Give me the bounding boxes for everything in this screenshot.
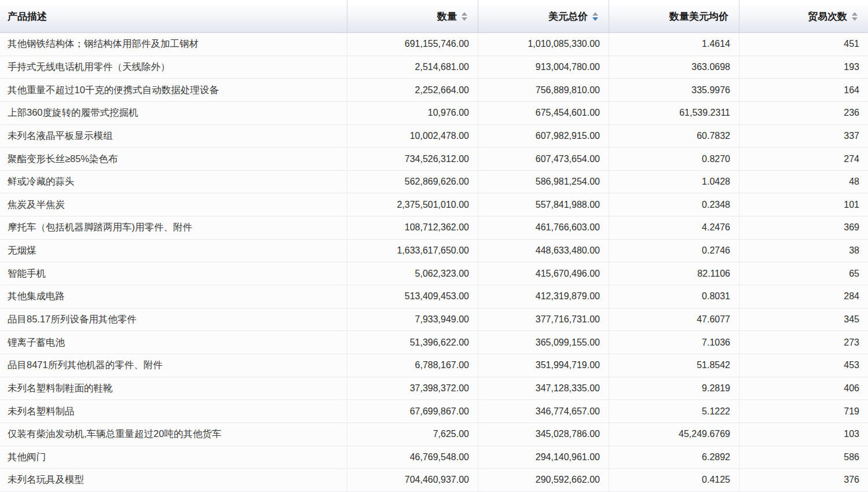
- trade-count-cell: 284: [739, 285, 868, 308]
- avg-unit-price-cell: 1.0428: [609, 171, 739, 193]
- column-header-product-description: 产品描述: [0, 0, 347, 32]
- product-description-cell: 无烟煤: [0, 240, 347, 262]
- usd-total-cell: 290,592,662.00: [478, 469, 609, 491]
- usd-total-cell: 557,841,988.00: [478, 193, 609, 216]
- trade-count-cell: 38: [739, 240, 868, 262]
- trade-count-cell: 586: [739, 446, 868, 469]
- table-row[interactable]: 无烟煤1,633,617,650.00448,633,480.000.27463…: [0, 240, 868, 263]
- avg-unit-price-cell: 335.9976: [609, 79, 739, 101]
- quantity-cell: 7,625.00: [347, 423, 478, 446]
- avg-unit-price-cell: 82.1106: [609, 262, 739, 285]
- trade-count-cell: 48: [739, 171, 868, 193]
- avg-unit-price-cell: 1.4614: [609, 33, 739, 56]
- quantity-cell: 2,375,501,010.00: [347, 193, 478, 216]
- quantity-cell: 7,933,949.00: [347, 309, 478, 331]
- trade-count-cell: 406: [739, 377, 868, 400]
- column-header-trade-count[interactable]: 贸易次数: [739, 0, 868, 32]
- product-description-cell: 其他钢铁结构体；钢结构体用部件及加工钢材: [0, 33, 347, 56]
- product-description-cell: 仅装有柴油发动机,车辆总重量超过20吨的其他货车: [0, 423, 347, 446]
- quantity-cell: 46,769,548.00: [347, 446, 478, 469]
- usd-total-cell: 913,004,780.00: [478, 56, 609, 79]
- usd-total-cell: 1,010,085,330.00: [478, 33, 609, 56]
- table-row[interactable]: 上部360度旋转的履带式挖掘机10,976.00675,454,601.0061…: [0, 102, 868, 125]
- trade-count-cell: 273: [739, 331, 868, 354]
- avg-unit-price-cell: 9.2819: [609, 377, 739, 400]
- table-row[interactable]: 聚酯变形长丝≥85%染色布734,526,312.00607,473,654.0…: [0, 148, 868, 171]
- column-header-quantity[interactable]: 数量: [347, 0, 478, 32]
- table-row[interactable]: 手持式无线电话机用零件（天线除外）2,514,681.00913,004,780…: [0, 56, 868, 79]
- usd-total-cell: 756,889,810.00: [478, 79, 609, 101]
- product-description-cell: 未列名塑料制品: [0, 400, 347, 423]
- product-description-cell: 摩托车（包括机器脚踏两用车)用零件、附件: [0, 216, 347, 239]
- table-row[interactable]: 其他重量不超过10千克的便携式自动数据处理设备2,252,664.00756,8…: [0, 79, 868, 102]
- product-description-cell: 聚酯变形长丝≥85%染色布: [0, 148, 347, 170]
- table-row[interactable]: 鲜或冷藏的蒜头562,869,626.00586,981,254.001.042…: [0, 171, 868, 194]
- product-description-cell: 其他集成电路: [0, 285, 347, 308]
- usd-total-cell: 347,128,335.00: [478, 377, 609, 400]
- column-label: 数量美元均价: [669, 10, 728, 23]
- trade-count-cell: 453: [739, 354, 868, 377]
- table-row[interactable]: 未列名塑料制品67,699,867.00346,774,657.005.1222…: [0, 400, 868, 423]
- column-label: 贸易次数: [808, 10, 847, 23]
- usd-total-cell: 351,994,719.00: [478, 354, 609, 377]
- usd-total-cell: 448,633,480.00: [478, 240, 609, 262]
- column-header-avg-unit-price: 数量美元均价: [609, 0, 739, 32]
- avg-unit-price-cell: 47.6077: [609, 309, 739, 331]
- sort-arrows-icon[interactable]: [592, 12, 598, 21]
- product-description-cell: 上部360度旋转的履带式挖掘机: [0, 102, 347, 124]
- table-row[interactable]: 其他集成电路513,409,453.00412,319,879.000.8031…: [0, 285, 868, 309]
- usd-total-cell: 415,670,496.00: [478, 262, 609, 285]
- product-description-cell: 手持式无线电话机用零件（天线除外）: [0, 56, 347, 79]
- table-row[interactable]: 未列名塑料制鞋面的鞋靴37,398,372.00347,128,335.009.…: [0, 377, 868, 401]
- avg-unit-price-cell: 0.8270: [609, 148, 739, 170]
- trade-count-cell: 337: [739, 125, 868, 148]
- trade-count-cell: 103: [739, 423, 868, 446]
- product-description-cell: 智能手机: [0, 262, 347, 285]
- column-header-usd-total[interactable]: 美元总价: [478, 0, 609, 32]
- avg-unit-price-cell: 51.8542: [609, 354, 739, 377]
- trade-count-cell: 376: [739, 469, 868, 491]
- avg-unit-price-cell: 61,539.2311: [609, 102, 739, 124]
- table-row[interactable]: 智能手机5,062,323.00415,670,496.0082.110665: [0, 262, 868, 285]
- table-row[interactable]: 锂离子蓄电池51,396,622.00365,099,155.007.10362…: [0, 331, 868, 354]
- table-row[interactable]: 未列名玩具及模型704,460,937.00290,592,662.000.41…: [0, 469, 868, 492]
- column-label: 美元总价: [548, 10, 588, 23]
- product-description-cell: 其他阀门: [0, 446, 347, 469]
- product-description-cell: 未列名玩具及模型: [0, 469, 347, 491]
- avg-unit-price-cell: 60.7832: [609, 125, 739, 148]
- quantity-cell: 2,252,664.00: [347, 79, 478, 101]
- table-row[interactable]: 其他阀门46,769,548.00294,140,961.006.2892586: [0, 446, 868, 469]
- trade-products-table: 产品描述 数量 美元总价 数量美元均价 贸易次数 其他钢铁结构体；钢结构体用部件…: [0, 0, 868, 492]
- quantity-cell: 10,976.00: [347, 102, 478, 124]
- table-row[interactable]: 其他钢铁结构体；钢结构体用部件及加工钢材691,155,746.001,010,…: [0, 33, 868, 56]
- quantity-cell: 51,396,622.00: [347, 331, 478, 354]
- column-label: 产品描述: [8, 10, 47, 23]
- table-body: 其他钢铁结构体；钢结构体用部件及加工钢材691,155,746.001,010,…: [0, 33, 868, 492]
- quantity-cell: 704,460,937.00: [347, 469, 478, 491]
- usd-total-cell: 294,140,961.00: [478, 446, 609, 469]
- usd-total-cell: 412,319,879.00: [478, 285, 609, 308]
- table-row[interactable]: 焦炭及半焦炭2,375,501,010.00557,841,988.000.23…: [0, 193, 868, 216]
- product-description-cell: 未列名塑料制鞋面的鞋靴: [0, 377, 347, 400]
- table-row[interactable]: 品目8471所列其他机器的零件、附件6,788,167.00351,994,71…: [0, 354, 868, 377]
- table-row[interactable]: 品目85.17所列设备用其他零件7,933,949.00377,716,731.…: [0, 309, 868, 332]
- sort-arrows-icon[interactable]: [852, 12, 858, 21]
- trade-count-cell: 236: [739, 102, 868, 124]
- trade-count-cell: 719: [739, 400, 868, 423]
- quantity-cell: 1,633,617,650.00: [347, 240, 478, 262]
- table-row[interactable]: 未列名液晶平板显示模组10,002,478.00607,982,915.0060…: [0, 125, 868, 148]
- avg-unit-price-cell: 5.1222: [609, 400, 739, 423]
- product-description-cell: 焦炭及半焦炭: [0, 193, 347, 216]
- usd-total-cell: 586,981,254.00: [478, 171, 609, 193]
- product-description-cell: 品目8471所列其他机器的零件、附件: [0, 354, 347, 377]
- product-description-cell: 品目85.17所列设备用其他零件: [0, 309, 347, 331]
- table-header: 产品描述 数量 美元总价 数量美元均价 贸易次数: [0, 0, 868, 33]
- table-row[interactable]: 摩托车（包括机器脚踏两用车)用零件、附件108,712,362.00461,76…: [0, 216, 868, 240]
- quantity-cell: 6,788,167.00: [347, 354, 478, 377]
- quantity-cell: 562,869,626.00: [347, 171, 478, 193]
- quantity-cell: 10,002,478.00: [347, 125, 478, 148]
- quantity-cell: 2,514,681.00: [347, 56, 478, 79]
- table-row[interactable]: 仅装有柴油发动机,车辆总重量超过20吨的其他货车7,625.00345,028,…: [0, 423, 868, 446]
- sort-arrows-icon[interactable]: [462, 12, 467, 21]
- avg-unit-price-cell: 6.2892: [609, 446, 739, 469]
